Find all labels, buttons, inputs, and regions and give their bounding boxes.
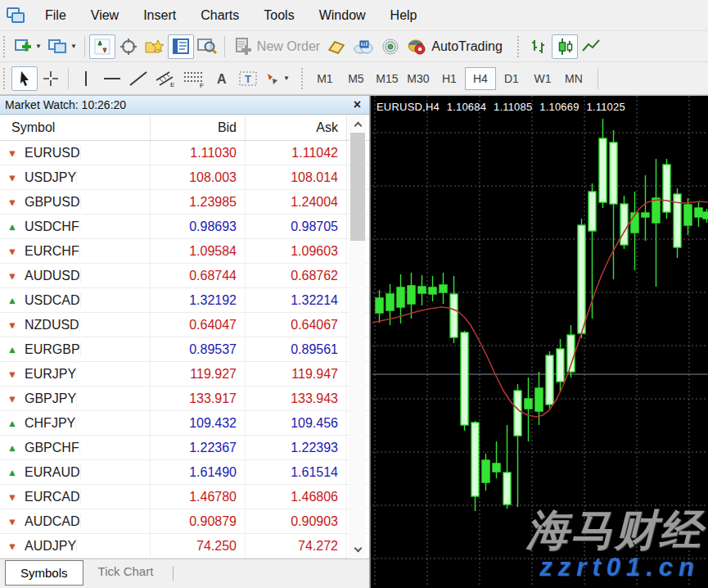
menu-help[interactable]: Help [378, 2, 430, 29]
scroll-down-icon[interactable] [351, 542, 364, 557]
market-watch-row[interactable]: ▼GBPUSD1.239851.24004 [0, 190, 369, 215]
symbol-label: GBPUSD [25, 195, 81, 210]
text-button[interactable]: A [209, 66, 235, 91]
scrollbar[interactable] [349, 115, 366, 559]
menu-view[interactable]: View [79, 2, 131, 29]
bid-value: 0.64047 [151, 313, 246, 337]
menu-window[interactable]: Window [307, 2, 378, 29]
timeframe-m1-button[interactable]: M1 [309, 67, 340, 90]
vertical-line-button[interactable] [73, 66, 99, 91]
symbol-cell: ▲USDCAD [0, 288, 151, 312]
timeframe-h1-button[interactable]: H1 [434, 67, 465, 90]
column-header-symbol[interactable]: Symbol [0, 115, 151, 140]
table-header[interactable]: Symbol Bid Ask [0, 115, 369, 141]
market-watch-row[interactable]: ▼USDJPY108.003108.014 [0, 165, 369, 190]
arrow-up-icon: ▲ [7, 222, 18, 232]
text-label-icon: T [238, 69, 258, 88]
equidistant-channel-button[interactable]: E [151, 66, 179, 91]
ohlc-close: 1.11025 [586, 101, 625, 113]
arrow-down-icon: ▼ [7, 492, 18, 502]
svg-text:E: E [170, 81, 174, 88]
market-watch-row[interactable]: ▼NZDUSD0.640470.64067 [0, 313, 369, 337]
column-header-bid[interactable]: Bid [151, 115, 246, 140]
tab-symbols[interactable]: Symbols [5, 560, 83, 586]
menu-tools[interactable]: Tools [251, 2, 306, 29]
autotrading-label: AutoTrading [431, 39, 503, 54]
market-watch-button[interactable] [168, 34, 194, 59]
close-icon[interactable]: × [350, 98, 364, 111]
new-chart-button[interactable]: ▼ [11, 34, 45, 59]
fibonacci-button[interactable]: F [179, 66, 209, 91]
timeframe-w1-button[interactable]: W1 [527, 67, 558, 90]
chart-magnifier-icon [197, 38, 217, 55]
market-watch-row[interactable]: ▼EURUSD1.110301.11042 [0, 141, 369, 165]
arrow-shapes-icon [264, 70, 281, 87]
workspace: Market Watch: 10:26:20 × Symbol Bid Ask … [0, 95, 708, 588]
market-watch-row[interactable]: ▼AUDJPY74.25074.272 [0, 534, 369, 559]
text-label-button[interactable]: T [235, 66, 261, 91]
market-watch-titlebar[interactable]: Market Watch: 10:26:20 × [0, 96, 369, 115]
market-watch-row[interactable]: ▲EURGBP0.895370.89561 [0, 337, 369, 362]
ohlc-open: 1.10684 [447, 101, 486, 113]
crosshair-button[interactable] [38, 66, 64, 91]
timeframe-h4-button[interactable]: H4 [465, 67, 496, 90]
line-chart-mode-button[interactable] [578, 34, 604, 59]
data-window-button[interactable] [194, 34, 220, 59]
menu-charts[interactable]: Charts [188, 2, 251, 29]
symbol-label: CHFJPY [25, 416, 76, 431]
arrow-down-icon: ▼ [7, 148, 18, 158]
bars-chart-icon [530, 38, 548, 56]
history-center-button[interactable] [323, 34, 349, 59]
signals-button[interactable] [377, 34, 404, 59]
market-watch-row[interactable]: ▼AUDCAD0.908790.90903 [0, 509, 369, 534]
arrow-styles-button[interactable]: ▼ [261, 66, 293, 91]
arrow-up-icon: ▲ [7, 468, 18, 477]
favorites-button[interactable] [142, 34, 168, 59]
timeframe-m15-button[interactable]: M15 [372, 67, 403, 90]
candlestick-mode-button[interactable] [552, 34, 578, 59]
new-order-button[interactable]: New Order [231, 34, 323, 59]
timeframe-m30-button[interactable]: M30 [403, 67, 434, 90]
profiles-button[interactable]: ▼ [45, 34, 80, 59]
column-header-ask[interactable]: Ask [246, 115, 347, 140]
market-watch-row[interactable]: ▼EURJPY119.927119.947 [0, 362, 369, 387]
menu-file[interactable]: File [33, 2, 79, 29]
autotrading-button[interactable]: AutoTrading [404, 34, 506, 59]
scroll-up-icon[interactable] [351, 116, 364, 131]
symbol-cell: ▼EURUSD [0, 141, 151, 165]
toolbar-grip[interactable] [3, 36, 8, 57]
market-watch-row[interactable]: ▼EURCAD1.467801.46806 [0, 485, 369, 509]
mql5-community-button[interactable] [349, 34, 377, 59]
trendline-button[interactable] [125, 66, 151, 91]
menu-insert[interactable]: Insert [131, 2, 188, 29]
scrollbar-thumb[interactable] [350, 133, 365, 241]
symbol-cell: ▲GBPCHF [0, 436, 151, 459]
ohlc-high: 1.11085 [494, 101, 532, 113]
symbol-label: EURCHF [25, 244, 80, 259]
vertical-line-icon [79, 70, 93, 88]
cursor-button[interactable] [11, 66, 38, 91]
market-watch-row[interactable]: ▲USDCHF0.986930.98705 [0, 215, 369, 239]
bar-chart-mode-button[interactable] [525, 34, 552, 59]
timeframe-m5-button[interactable]: M5 [340, 67, 372, 90]
market-watch-row[interactable]: ▼GBPJPY133.917133.943 [0, 387, 369, 411]
toolbar-grip[interactable] [301, 68, 306, 89]
chart-symbol-period: EURUSD,H4 [377, 101, 440, 113]
market-watch-row[interactable]: ▼AUDUSD0.687440.68762 [0, 264, 369, 288]
chart-shift-button[interactable] [89, 34, 115, 59]
navigator-button[interactable] [115, 34, 142, 59]
toolbar-grip[interactable] [517, 36, 522, 57]
market-watch-row[interactable]: ▲CHFJPY109.432109.456 [0, 411, 369, 436]
timeframe-mn-button[interactable]: MN [558, 67, 589, 90]
market-watch-row[interactable]: ▲GBPCHF1.223671.22393 [0, 436, 369, 460]
market-watch-row[interactable]: ▼EURCHF1.095841.09603 [0, 239, 369, 264]
market-watch-row[interactable]: ▲USDCAD1.321921.32214 [0, 288, 369, 313]
chart-panel[interactable]: EURUSD,H4 1.10684 1.11085 1.10669 1.1102… [370, 96, 708, 588]
ask-value: 0.64067 [246, 313, 347, 337]
toolbar-grip[interactable] [3, 68, 8, 89]
signal-target-icon [381, 38, 399, 56]
market-watch-row[interactable]: ▲EURAUD1.614901.61514 [0, 460, 369, 485]
tab-tick-chart[interactable]: Tick Chart [83, 559, 169, 583]
horizontal-line-button[interactable] [99, 66, 125, 91]
timeframe-d1-button[interactable]: D1 [496, 67, 527, 90]
